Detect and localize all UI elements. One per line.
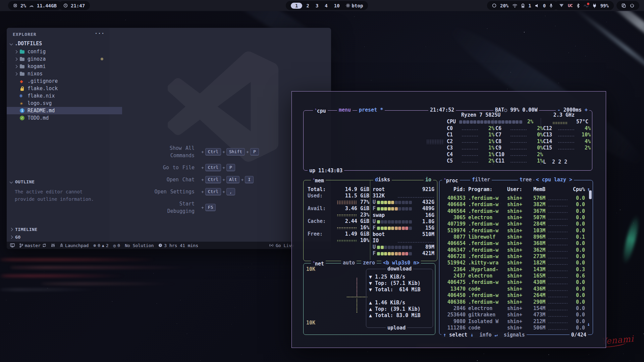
warning-icon: ▲ xyxy=(102,243,104,248)
brightness-icon[interactable] xyxy=(492,3,496,8)
process-row[interactable]: 3065electronshin+507M0.0 xyxy=(442,215,588,221)
vscode-status-bar: master Launchpad ⊗ 0 ▲ 2 ◎ 0 No Solution… xyxy=(7,242,331,249)
timer-icon xyxy=(158,243,162,247)
chevron-right-icon xyxy=(10,236,13,239)
process-row[interactable]: 519942.kitty-wrashin+182M0.0 xyxy=(442,260,588,266)
process-row[interactable]: 2364.Hyprland-shin+143M0.3 xyxy=(442,266,588,273)
cpu-total-percent: 2% xyxy=(527,119,533,125)
key-cap: P xyxy=(226,164,235,171)
process-row[interactable]: 406564.ferdium-wshin+367M0.0 xyxy=(442,208,588,215)
outline-section-header[interactable]: OUTLINE xyxy=(10,179,35,184)
git-branch-indicator[interactable]: master xyxy=(19,243,46,248)
bluetooth-icon[interactable] xyxy=(577,3,580,8)
menu-button[interactable]: menu xyxy=(337,107,353,113)
proc-tree-button[interactable]: tree xyxy=(518,177,533,183)
process-row[interactable]: 9080Isolated Wshin+212M0.0 xyxy=(442,318,588,325)
file-tree-item[interactable]: TODO.md xyxy=(7,114,122,122)
problems-indicator[interactable]: ⊗ 0 ▲ 2 xyxy=(93,243,108,248)
file-tree-item[interactable]: kogami xyxy=(7,63,109,70)
file-tree-item[interactable]: ginoza xyxy=(7,55,109,63)
workspace-button[interactable]: 10 xyxy=(332,3,342,9)
proc-footer-keys[interactable]: ↑ select ↓ info ↵ signals xyxy=(441,332,527,338)
clock-pill: 21:47 xyxy=(58,1,90,10)
file-tree-item[interactable]: logo.svg xyxy=(7,100,122,107)
process-row[interactable]: 406386.ferdium-wshin+290M0.0 xyxy=(442,299,588,305)
memory-usage: 11.44GB xyxy=(37,3,57,8)
process-row[interactable]: 407199.ferdium-wshin+284M0.0 xyxy=(442,221,588,227)
clipboard-icon[interactable] xyxy=(622,3,626,8)
workspace-button[interactable]: 3 xyxy=(313,3,321,9)
process-row[interactable]: 519974.ferdium-wshin+103M0.0 xyxy=(442,228,588,234)
file-tree-item[interactable]: nixos xyxy=(7,70,109,77)
go-section-header[interactable]: GO xyxy=(10,235,21,240)
download-top: ▼ Top: (57.1 Kib) xyxy=(369,280,421,287)
io-mode-toggle[interactable]: io xyxy=(424,177,433,183)
process-row[interactable]: 2437electronshin+165M0.6 xyxy=(442,273,588,279)
wifi-icon[interactable] xyxy=(512,4,518,8)
clock-time: 21:47 xyxy=(71,3,85,8)
proc-table-header[interactable]: Pid:Program:User:MemBCpu% xyxy=(442,186,588,193)
disks-box-title[interactable]: disks xyxy=(373,177,392,183)
file-tree-item[interactable]: config xyxy=(7,48,109,55)
net-auto-toggle[interactable]: auto xyxy=(341,260,357,266)
key-cap: Ctrl xyxy=(205,164,221,171)
uc-tray-icon[interactable]: UC xyxy=(568,3,573,8)
proc-box-title[interactable]: ⁴proc xyxy=(442,177,460,184)
remote-indicator[interactable] xyxy=(10,243,15,247)
sliders-icon[interactable] xyxy=(51,243,55,247)
disk-swap-free-bar: F15G xyxy=(373,225,434,231)
explorer-root-folder[interactable]: .DOTFILES xyxy=(7,40,113,47)
core-row: C102% xyxy=(495,152,543,158)
go-live-button[interactable]: Go Live xyxy=(269,242,294,249)
file-tree-item[interactable]: flake.nix xyxy=(7,92,122,100)
key-cap: , xyxy=(226,188,235,195)
feedback-indicator[interactable]: ◎ 0 xyxy=(113,243,120,248)
process-row[interactable]: 13470codeshin+436M0.0 xyxy=(442,286,588,292)
power-icon[interactable] xyxy=(630,3,634,8)
net-interface[interactable]: <b wlp3s0 n> xyxy=(381,260,421,266)
workspace-button[interactable]: 1 xyxy=(291,3,302,9)
process-row[interactable]: 406353.ferdium-wshin+576M0.0 xyxy=(442,195,588,201)
file-tree-item[interactable]: flake.lock xyxy=(7,85,122,92)
workspace-button[interactable]: 4 xyxy=(322,3,330,9)
scrollbar-thumb[interactable] xyxy=(589,190,592,199)
mem-box-title[interactable]: ²mem xyxy=(311,177,326,184)
workspace-button[interactable]: 2 xyxy=(304,3,311,9)
file-tree-item[interactable]: .gitignore xyxy=(7,77,122,85)
core-row: C111% xyxy=(495,158,543,164)
keyboard-battery-icon[interactable] xyxy=(521,3,525,8)
file-name: kogami xyxy=(28,63,46,69)
network-tray-icon[interactable] xyxy=(559,4,564,7)
speaker-icon[interactable] xyxy=(535,4,539,8)
process-row[interactable]: 406347.ferdium-wshin+362M0.0 xyxy=(442,247,588,253)
process-row[interactable]: 406450.ferdium-wshin+264M0.0 xyxy=(442,292,588,299)
proc-selection-count: 0/424 xyxy=(570,332,588,338)
file-name: .gitignore xyxy=(28,78,58,84)
notification-tray-icon[interactable] xyxy=(584,4,589,8)
proc-sort-selector[interactable]: < cpu lazy > xyxy=(534,177,574,183)
net-zero-toggle[interactable]: zero xyxy=(361,260,377,266)
shortcut-keys: +Ctrl+P xyxy=(200,164,235,171)
core-row: C41% xyxy=(447,152,494,158)
process-row[interactable]: 406684.ferdium-wshin+382M0.0 xyxy=(442,201,588,208)
feedback-count: 0 xyxy=(117,243,120,248)
cpu-box-title[interactable]: ¹cpu xyxy=(313,107,328,114)
process-row[interactable]: 2846electronshin+154M0.0 xyxy=(442,305,588,312)
process-row[interactable]: 406728.ferdium-wshin+273M0.0 xyxy=(442,253,588,260)
preset-button[interactable]: preset * xyxy=(357,107,385,113)
process-row[interactable]: 253640gitkrakenshin+473M0.0 xyxy=(442,312,588,318)
launchpad-button[interactable]: Launchpad xyxy=(60,243,89,248)
process-row[interactable]: 111286codeshin+506M0.0 xyxy=(442,325,588,331)
scroll-down-arrow[interactable]: ↓ xyxy=(587,321,590,327)
process-row[interactable]: 406475.ferdium-wshin+430M0.0 xyxy=(442,279,588,286)
process-row[interactable]: 8077librewolfshin+896M0.1 xyxy=(442,234,588,240)
explorer-more-actions-icon[interactable]: ··· xyxy=(95,31,105,37)
timeline-section-header[interactable]: TIMELINE xyxy=(10,227,38,232)
file-tree-item[interactable]: README.md xyxy=(7,107,122,114)
process-row[interactable]: 406654.ferdium-wshin+368M0.0 xyxy=(442,240,588,247)
session-timer[interactable]: 3 hrs 41 mins xyxy=(158,243,198,248)
microphone-icon[interactable] xyxy=(549,3,553,8)
proc-filter-button[interactable]: filter xyxy=(470,177,492,183)
net-info-box: download ▼ 1.25 KiB/s ▼ Top: (57.1 Kib) … xyxy=(366,269,433,328)
solution-status[interactable]: No Solution xyxy=(125,243,154,248)
